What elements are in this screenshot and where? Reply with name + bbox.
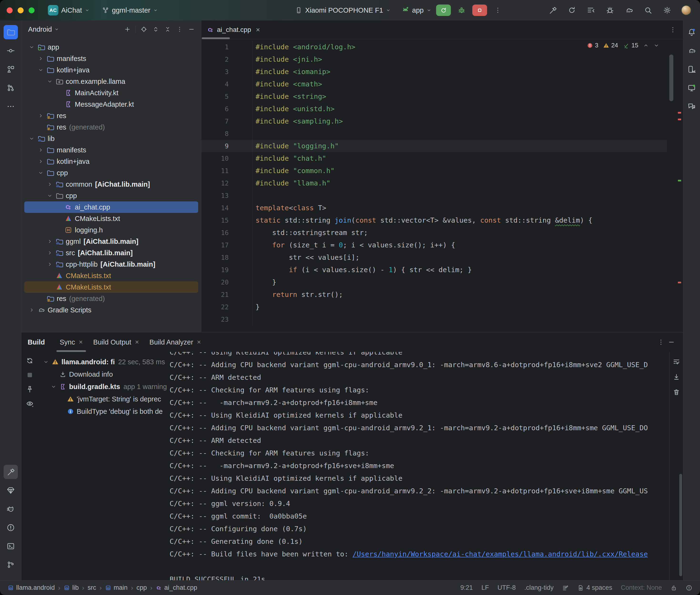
tree-item-src[interactable]: src[AiChat.lib.main] — [24, 247, 198, 259]
run-config-selector[interactable]: app — [401, 6, 431, 14]
tree-item-mainactivity-kt[interactable]: MainActivity.kt — [24, 87, 198, 98]
chevron-down-icon[interactable] — [27, 44, 36, 50]
build-tree-item-buildtype-debug-is-both-de[interactable]: BuildType 'debug' is both de — [38, 405, 167, 418]
code-line-17[interactable]: 17 for (size_t i = 0; i < values.size();… — [201, 239, 667, 251]
scroll-to-end-button[interactable] — [671, 371, 682, 382]
select-opened-file-button[interactable] — [139, 24, 149, 34]
tree-item-kotlin-java[interactable]: kotlin+java — [24, 156, 198, 167]
build-tab-sync[interactable]: Sync× — [55, 332, 88, 352]
code-line-3[interactable]: 3#include <iomanip> — [201, 65, 667, 78]
chevron-down-icon[interactable] — [45, 193, 54, 199]
file-path-link[interactable]: /Users/hanyin/Workspace/ai-chat/examples… — [353, 550, 648, 558]
tree-item-res[interactable]: res — [24, 110, 198, 121]
editor-body[interactable]: 1#include <android/log.h>2#include <jni.… — [201, 39, 683, 332]
stop-button[interactable] — [472, 4, 487, 16]
pin-tab-button[interactable] — [24, 384, 35, 395]
code-line-13[interactable]: 13 — [201, 189, 667, 202]
notifications-button[interactable] — [684, 25, 699, 39]
tree-item-manifests[interactable]: manifests — [24, 144, 198, 156]
tree-item-com-example-llama[interactable]: com.example.llama — [24, 76, 198, 87]
tree-item-cpp-httplib[interactable]: cpp-httplib[AiChat.lib.main] — [24, 259, 198, 270]
code-line-11[interactable]: 11#include "common.h" — [201, 165, 667, 177]
project-tool-button[interactable] — [4, 25, 18, 39]
chevron-right-icon[interactable] — [36, 56, 45, 61]
caret-position[interactable]: 9:21 — [460, 584, 473, 591]
chevron-right-icon[interactable] — [27, 307, 36, 313]
tree-item-app[interactable]: app — [24, 41, 198, 53]
code-line-21[interactable]: 21 return str.str(); — [201, 288, 667, 301]
code-line-16[interactable]: 16 std::ostringstream str; — [201, 226, 667, 239]
breadcrumb-lib[interactable]: lib — [64, 584, 79, 591]
add-button[interactable] — [122, 24, 133, 34]
app-insights-button[interactable] — [4, 483, 18, 498]
profiler-button[interactable] — [603, 3, 617, 18]
chevron-down-icon[interactable] — [42, 359, 50, 365]
error-stripe-mark[interactable] — [678, 112, 681, 114]
breadcrumb-cpp[interactable]: cpp — [137, 584, 147, 591]
tree-item-cmakelists-txt[interactable]: CMakeLists.txt — [24, 270, 198, 281]
gradle-button[interactable] — [622, 3, 636, 18]
chevron-right-icon[interactable] — [45, 261, 54, 267]
tree-item-gradle-scripts[interactable]: Gradle Scripts — [24, 304, 198, 316]
build-tab-build-analyzer[interactable]: Build Analyzer× — [144, 332, 206, 352]
debug-button[interactable] — [456, 4, 468, 16]
commit-tool-button[interactable] — [4, 44, 18, 58]
tree-item-cpp[interactable]: cpp — [24, 167, 198, 178]
hide-panel-button[interactable] — [186, 24, 197, 34]
code-line-6[interactable]: 6#include <unistd.h> — [201, 103, 667, 115]
hide-build-panel-button[interactable] — [668, 339, 675, 346]
task-list-button[interactable] — [584, 3, 598, 18]
clear-console-button[interactable] — [671, 387, 682, 398]
rerun-button[interactable] — [436, 4, 451, 16]
problems-button[interactable] — [4, 520, 18, 535]
more-run-actions-button[interactable] — [492, 4, 504, 16]
code-line-22[interactable]: 22} — [201, 301, 667, 313]
tree-item-cmakelists-txt[interactable]: CMakeLists.txt — [24, 213, 198, 224]
code-line-2[interactable]: 2#include <jni.h> — [201, 53, 667, 65]
editor-tab-ai-chat[interactable]: C ai_chat.cpp × — [201, 21, 266, 39]
tree-item-manifests[interactable]: manifests — [24, 53, 198, 64]
scrollbar-thumb[interactable] — [669, 55, 673, 101]
editor-options-button[interactable] — [669, 26, 676, 33]
code-line-12[interactable]: 12#include "llama.h" — [201, 177, 667, 189]
project-selector[interactable]: AC AiChat — [48, 5, 89, 16]
tree-item-ggml[interactable]: ggml[AiChat.lib.main] — [24, 236, 198, 247]
chevron-down-icon[interactable] — [45, 79, 54, 84]
build-tree-item-llama-android-fi[interactable]: llama.android: fi22 sec, 583 ms — [38, 356, 167, 368]
device-selector[interactable]: Xiaomi POCOPHONE F1 — [295, 6, 391, 14]
terminal-button[interactable] — [4, 539, 18, 553]
tree-item-lib[interactable]: lib — [24, 133, 198, 144]
code-line-7[interactable]: 7#include <sampling.h> — [201, 115, 667, 128]
view-selector[interactable]: Android — [28, 26, 52, 33]
minimize-window-button[interactable] — [18, 7, 24, 13]
code-line-14[interactable]: 14template<class T> — [201, 202, 667, 214]
build-tool-button[interactable] — [4, 465, 18, 479]
build-tree-item-jvmtarget-string-is-deprec[interactable]: 'jvmTarget: String' is deprec — [38, 393, 167, 405]
build-console[interactable]: C/C++: -- Using KleidiAI optimized kerne… — [167, 352, 683, 580]
breadcrumb-main[interactable]: main — [105, 584, 128, 591]
re-sync-button[interactable] — [24, 355, 35, 366]
error-stripe-mark[interactable] — [678, 119, 681, 120]
readonly-toggle[interactable] — [670, 585, 677, 591]
chevron-right-icon[interactable] — [36, 147, 45, 153]
tree-item-ai-chat-cpp[interactable]: Cai_chat.cpp — [24, 201, 198, 213]
panel-options-button[interactable] — [174, 24, 185, 34]
indent-setting[interactable]: 4 spaces — [577, 584, 612, 591]
expand-all-button[interactable] — [150, 24, 161, 34]
collapse-all-button[interactable] — [163, 24, 173, 34]
code-line-8[interactable]: 8 — [201, 128, 667, 140]
gemini-button[interactable] — [684, 99, 699, 114]
user-avatar[interactable] — [679, 3, 693, 18]
resource-manager-button[interactable] — [4, 62, 18, 77]
build-options-button[interactable] — [657, 339, 665, 346]
file-encoding[interactable]: UTF-8 — [498, 584, 516, 591]
gradle-tool-button[interactable] — [684, 44, 699, 58]
settings-button[interactable] — [660, 3, 674, 18]
close-window-button[interactable] — [7, 7, 12, 13]
tree-item-cpp[interactable]: cpp — [24, 190, 198, 201]
tree-item-logging-h[interactable]: logging.h — [24, 224, 198, 236]
chevron-right-icon[interactable] — [45, 181, 54, 187]
previous-problem-button[interactable] — [643, 42, 649, 48]
tree-item-common[interactable]: common[AiChat.lib.main] — [24, 178, 198, 190]
soft-wrap-button[interactable] — [671, 356, 682, 367]
